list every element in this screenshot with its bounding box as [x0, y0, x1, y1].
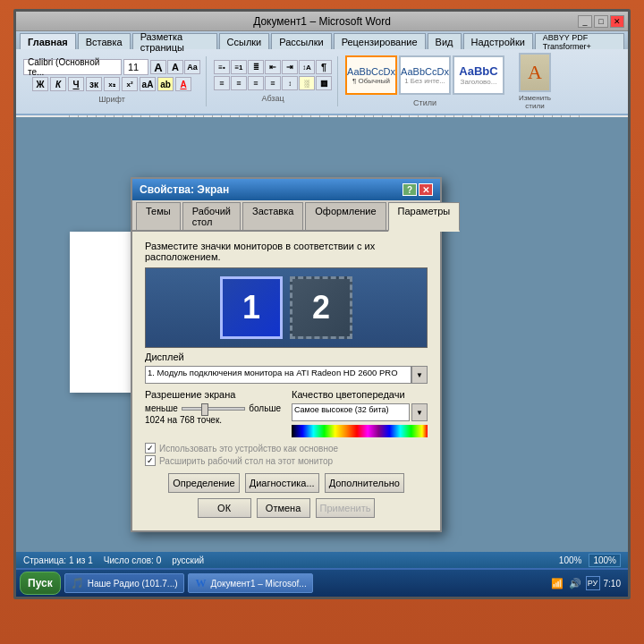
- show-marks-button[interactable]: ¶: [316, 60, 332, 74]
- change-styles-label: Изменить стили: [517, 94, 553, 110]
- tab-view[interactable]: Вид: [428, 33, 462, 49]
- statusbar-right: 100% 100%: [559, 554, 621, 567]
- display-select-arrow[interactable]: ▼: [411, 366, 428, 384]
- style-normal-preview: AaBbCcDx: [347, 66, 395, 77]
- tab-review[interactable]: Рецензирование: [334, 33, 426, 49]
- indent-dec-button[interactable]: ⇤: [265, 60, 281, 74]
- indent-inc-button[interactable]: ⇥: [282, 60, 298, 74]
- para-group-label: Абзац: [261, 94, 284, 103]
- grow-font-button[interactable]: A: [150, 60, 166, 74]
- checkbox1-row: ✓ Использовать это устройство как основн…: [145, 443, 428, 453]
- monitor-2-icon[interactable]: 2: [290, 276, 352, 339]
- display-row: Дисплей: [145, 352, 428, 362]
- checkbox-primary[interactable]: ✓: [145, 443, 156, 453]
- status-page: Страница: 1 из 1: [23, 555, 93, 565]
- taskbar: Пуск 🎵 Наше Радио (101.7...) W Документ1…: [16, 568, 628, 597]
- change-styles-button[interactable]: A: [519, 53, 551, 92]
- clear-format-button[interactable]: Aa: [184, 60, 200, 74]
- case-button[interactable]: aA: [140, 77, 156, 91]
- subscript-button[interactable]: x₂: [104, 77, 120, 91]
- tab-addins[interactable]: Надстройки: [463, 33, 533, 49]
- tray-lang-icon[interactable]: РУ: [586, 576, 600, 590]
- taskbar-item-radio[interactable]: 🎵 Наше Радио (101.7...): [64, 573, 184, 593]
- resolution-color-section: Разрешение экрана меньше больше 1024 на …: [145, 389, 428, 437]
- style-normal-button[interactable]: AaBbCcDx ¶ Обычный: [345, 55, 397, 95]
- slider-thumb[interactable]: [201, 403, 208, 416]
- minimize-button[interactable]: _: [578, 15, 592, 28]
- monitor-1-icon[interactable]: 1: [220, 276, 283, 339]
- taskbar-word-label: Документ1 – Microsof...: [211, 579, 307, 589]
- shrink-font-button[interactable]: A: [167, 60, 183, 74]
- titlebar-buttons: _ □ ✕: [578, 15, 624, 28]
- style-heading-preview: AaBbC: [459, 64, 497, 78]
- bold-button[interactable]: Ж: [32, 77, 48, 91]
- change-styles-area: A Изменить стили: [517, 53, 553, 110]
- borders-button[interactable]: ▦: [316, 76, 332, 90]
- dialog-instruction: Разместите значки мониторов в соответств…: [145, 241, 428, 262]
- align-left-button[interactable]: ≡: [214, 76, 230, 90]
- tab-mailings[interactable]: Рассылки: [271, 33, 331, 49]
- taskbar-item-word[interactable]: W Документ1 – Microsof...: [188, 573, 313, 593]
- tab-desktop[interactable]: Рабочий стол: [182, 202, 241, 230]
- maximize-button[interactable]: □: [594, 15, 608, 28]
- superscript-button[interactable]: x²: [122, 77, 138, 91]
- dialog-titlebar: Свойства: Экран ? ✕: [132, 179, 440, 200]
- tab-abbyy[interactable]: ABBYY PDF Transformer+: [535, 33, 624, 49]
- tab-screensaver[interactable]: Заставка: [242, 202, 303, 230]
- align-right-button[interactable]: ≡: [248, 76, 264, 90]
- apply-button[interactable]: Применить: [316, 498, 376, 518]
- linespacing-button[interactable]: ↕: [282, 76, 298, 90]
- font-size-box[interactable]: 11: [123, 59, 148, 75]
- diagnostics-button[interactable]: Диагностика...: [245, 473, 319, 493]
- font-group-label: Шрифт: [98, 95, 125, 104]
- tab-themes[interactable]: Темы: [136, 202, 181, 230]
- underline-button[interactable]: Ч: [68, 77, 84, 91]
- shading-button[interactable]: ░: [299, 76, 315, 90]
- word-statusbar: Страница: 1 из 1 Число слов: 0 русский 1…: [16, 552, 628, 568]
- tab-references[interactable]: Ссылки: [219, 33, 270, 49]
- color-quality-section: Качество цветопередачи Самое высокое (32…: [292, 389, 428, 437]
- italic-button[interactable]: К: [50, 77, 66, 91]
- cancel-button[interactable]: Отмена: [257, 498, 310, 518]
- style-heading-label: Заголово...: [461, 78, 497, 86]
- sort-button[interactable]: ↕A: [299, 60, 315, 74]
- font-name-box[interactable]: Calibri (Основной те...: [23, 59, 122, 75]
- justify-button[interactable]: ≡: [265, 76, 281, 90]
- color-quality-select[interactable]: Самое высокое (32 бита): [292, 403, 410, 421]
- dialog-close-button[interactable]: ✕: [419, 183, 433, 196]
- tab-settings[interactable]: Параметры: [388, 202, 461, 232]
- tab-home[interactable]: Главная: [20, 33, 76, 49]
- resolution-slider[interactable]: [182, 407, 246, 411]
- res-less-label: меньше: [145, 403, 178, 413]
- style-heading-button[interactable]: AaBbC Заголово...: [453, 55, 504, 95]
- numbering-button[interactable]: ≡1: [231, 60, 247, 74]
- tab-appearance[interactable]: Оформление: [305, 202, 386, 230]
- multilevel-button[interactable]: ≣: [248, 60, 264, 74]
- tab-insert[interactable]: Вставка: [78, 33, 131, 49]
- fontcolor-button[interactable]: A: [175, 77, 191, 91]
- advanced-button[interactable]: Дополнительно: [325, 473, 404, 493]
- ok-button[interactable]: ОК: [198, 498, 251, 518]
- resolution-section: Разрешение экрана меньше больше 1024 на …: [145, 389, 281, 437]
- checkbox2-row: ✓ Расширить рабочий стол на этот монитор: [145, 455, 428, 466]
- style-nospace-label: 1 Без инте...: [404, 77, 445, 85]
- color-quality-arrow[interactable]: ▼: [411, 403, 428, 421]
- highlight-button[interactable]: ab: [157, 77, 174, 91]
- tab-layout[interactable]: Разметка страницы: [132, 33, 217, 49]
- bullets-button[interactable]: ≡•: [214, 60, 230, 74]
- define-button[interactable]: Определение: [168, 473, 240, 493]
- checkbox-extend[interactable]: ✓: [145, 455, 156, 466]
- close-button[interactable]: ✕: [610, 15, 624, 28]
- word-titlebar: Документ1 – Microsoft Word _ □ ✕: [16, 12, 628, 31]
- zoom-badge[interactable]: 100%: [589, 554, 621, 567]
- taskbar-tray: 📶 🔊 РУ 7:10: [550, 576, 624, 590]
- checkbox1-label: Использовать это устройство как основное: [159, 444, 338, 453]
- align-center-button[interactable]: ≡: [231, 76, 247, 90]
- start-button[interactable]: Пуск: [20, 572, 61, 595]
- dialog-help-button[interactable]: ?: [402, 183, 417, 196]
- display-select[interactable]: 1. Модуль подключения монитора на ATI Ra…: [145, 366, 411, 384]
- styles-group-label: Стили: [413, 98, 436, 107]
- dialog-tab-bar: Темы Рабочий стол Заставка Оформление Па…: [132, 200, 440, 232]
- style-nospace-button[interactable]: AaBbCcDx 1 Без инте...: [399, 55, 451, 95]
- strikethrough-button[interactable]: зк: [86, 77, 102, 91]
